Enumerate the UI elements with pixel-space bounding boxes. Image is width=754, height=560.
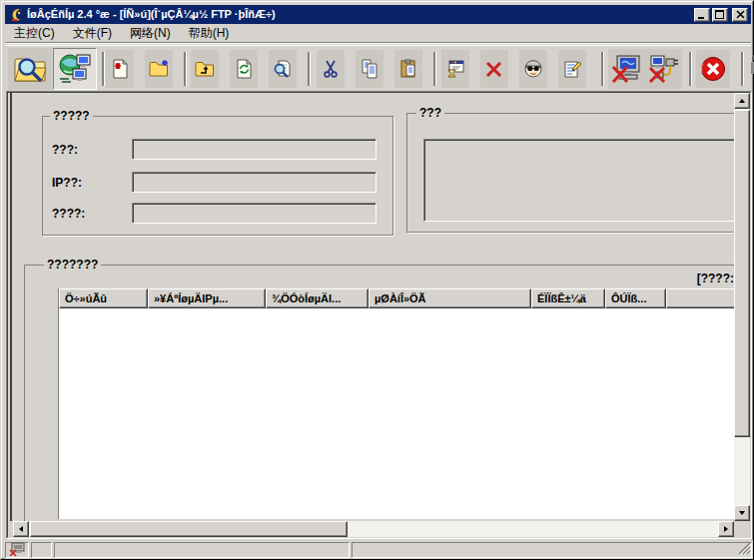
vertical-scrollbar[interactable] [734,93,750,521]
hosts-group-title: ??????? [44,258,101,272]
paste-button[interactable] [394,50,422,88]
minimize-button[interactable] [694,8,710,22]
folder-up-icon [195,59,215,79]
col-extra[interactable] [666,288,734,308]
folder-up-button[interactable] [191,50,219,88]
info-group-title: ??? [416,106,444,120]
col-lan-ip[interactable]: ¾ÖÓòÍøµÄI... [266,288,369,308]
statusbar [5,540,753,559]
toolbar-separator [741,52,743,86]
notes-button[interactable] [558,50,586,88]
menu-file[interactable]: 文件(F) [64,23,121,44]
new-file-button[interactable] [106,50,134,88]
status-pane-4 [352,542,752,558]
location-label: ????: [52,207,85,221]
col-online-time[interactable]: ÉÏÏßÊ±¼ä [531,288,605,308]
toolbar-separator [689,52,691,86]
cut-icon [321,59,341,79]
col-hostname[interactable]: Ö÷»úÃû [59,288,148,308]
hosts-right-caption: [????: [697,272,734,285]
menu-help[interactable]: 帮助(H) [180,23,239,44]
disconnect-link-button[interactable] [645,49,682,89]
toolbar-separator [102,52,104,86]
find-file-icon [273,59,293,79]
spy-hide-button[interactable] [519,50,547,88]
form-view: ????? ???: IP??: ????: ??? ??????? [????… [10,93,734,521]
login-group-title: ????? [50,109,93,123]
host-field[interactable] [132,139,377,160]
location-field[interactable] [132,203,377,224]
status-pane-2 [31,542,52,558]
menu-main-control[interactable]: 主控(C) [5,23,64,44]
search-folder-icon [13,54,47,84]
menu-network[interactable]: 网络(N) [121,23,180,44]
scroll-down-button[interactable] [734,505,750,521]
new-folder-button[interactable] [145,50,173,88]
status-icon-pane [5,542,29,558]
vertical-scroll-thumb[interactable] [734,110,750,437]
delete-icon [484,59,504,79]
maximize-button[interactable] [712,8,728,22]
col-online[interactable]: ÔÚÏß... [605,288,666,308]
new-folder-icon [149,59,169,79]
status-pane-3 [54,542,350,558]
copy-button[interactable] [356,50,383,88]
window-frame: ÍøÂçÉñÍµ 2.4 °æ - [ÍÑ»ú](Î´µÇÂ¼µ½ FTP ·þ… [1,1,753,559]
notes-icon [562,59,582,79]
info-panel [423,139,734,222]
ip-field[interactable] [132,172,377,193]
delete-button[interactable] [480,50,508,88]
refresh-button[interactable] [230,50,258,88]
toolbar-separator [601,52,603,86]
paste-icon [398,59,418,79]
resize-grip[interactable] [738,542,751,557]
scroll-up-button[interactable] [734,93,750,109]
app-icon [8,7,24,23]
network-browse-icon [58,53,92,85]
disconnect-computer-button[interactable] [608,49,645,89]
stop-icon [700,56,726,82]
menubar: 主控(C) 文件(F) 网络(N) 帮助(H) [5,24,751,43]
toolbar-separator [184,52,186,86]
window-title: ÍøÂçÉñÍµ 2.4 °æ - [ÍÑ»ú](Î´µÇÂ¼µ½ FTP ·þ… [27,5,694,24]
scheduled-task-icon [445,59,465,79]
horizontal-scroll-thumb[interactable] [30,521,348,537]
find-file-button[interactable] [269,50,297,88]
scroll-left-button[interactable] [13,521,29,537]
scroll-right-button[interactable] [718,521,734,537]
search-folder-button[interactable] [8,48,52,90]
offline-icon [9,542,25,558]
host-label: ???: [52,143,78,157]
col-location[interactable]: µØÀíÎ»ÖÃ [369,288,531,308]
titlebar: ÍøÂçÉñÍµ 2.4 °æ - [ÍÑ»ú](Î´µÇÂ¼µ½ FTP ·þ… [5,5,751,24]
toolbar-separator [433,52,435,86]
scrollbar-corner [734,521,750,537]
toolbar [5,45,751,91]
toolbar-separator [308,52,310,86]
cut-button[interactable] [317,50,345,88]
ip-label: IP??: [52,176,82,190]
col-internet-ip[interactable]: »¥ÁªÍøµÄIPµ... [148,288,266,308]
hosts-table-header: Ö÷»úÃû »¥ÁªÍøµÄIPµ... ¾ÖÓòÍøµÄI... µØÀíÎ… [58,288,734,308]
hosts-table: Ö÷»úÃû »¥ÁªÍøµÄIPµ... ¾ÖÓòÍøµÄI... µØÀíÎ… [58,288,734,519]
close-button[interactable] [732,8,748,22]
disconnect-link-icon [648,55,679,83]
hosts-list-body[interactable] [58,308,734,519]
spy-hide-icon [523,59,543,79]
refresh-icon [234,59,254,79]
clipped-toolbar-icon [749,52,754,86]
copy-icon [360,59,379,79]
stop-button[interactable] [696,50,730,88]
scheduled-task-button[interactable] [441,50,469,88]
app-window: ÍøÂçÉñÍµ 2.4 °æ - [ÍÑ»ú](Î´µÇÂ¼µ½ FTP ·þ… [0,0,754,560]
horizontal-scrollbar[interactable] [13,521,734,537]
disconnect-computer-icon [611,55,642,83]
network-browse-button[interactable] [53,48,97,90]
new-file-icon [110,59,130,79]
